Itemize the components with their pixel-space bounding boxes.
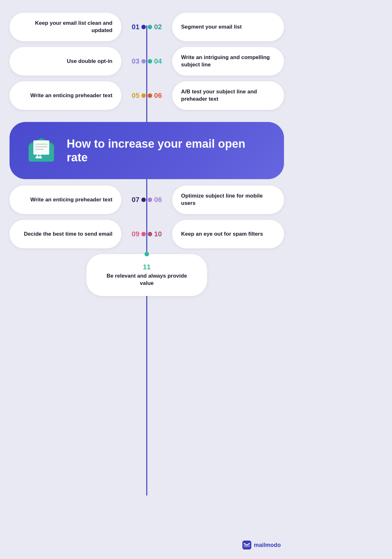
tip-card-02: Segment your email list bbox=[172, 13, 284, 41]
tip-card-08: Optimize subject line for mobile users bbox=[172, 185, 284, 214]
email-open-icon bbox=[25, 135, 57, 166]
tip-dot-02 bbox=[148, 25, 152, 29]
tip-number-03: 03 bbox=[132, 57, 139, 65]
tip-number-05: 05 bbox=[132, 91, 139, 100]
tip-text-04: Write an intriguing and compelling subje… bbox=[181, 54, 275, 69]
tips-container: Keep your email list clean and updated 0… bbox=[10, 13, 284, 302]
tip-text-05: Write an enticing preheader text bbox=[30, 92, 112, 99]
tip-row-4: Write an enticing preheader text 07 06 O… bbox=[10, 185, 284, 214]
tip-row-5: Decide the best time to send email 09 10… bbox=[10, 220, 284, 248]
tip-text-07: Write an enticing preheader text bbox=[30, 196, 112, 204]
tip-card-05: Write an enticing preheader text bbox=[10, 81, 121, 110]
tip-row-1: Keep your email list clean and updated 0… bbox=[10, 13, 284, 41]
hero-banner: How to increase your email open rate bbox=[10, 122, 284, 179]
tip-dot-11-top bbox=[145, 252, 149, 256]
tip-dot-08 bbox=[148, 198, 152, 202]
tip-connector-07: 07 06 bbox=[121, 196, 172, 204]
tip-text-08: Optimize subject line for mobile users bbox=[181, 192, 275, 207]
tip-dot-01 bbox=[141, 25, 146, 29]
tip-card-09: Decide the best time to send email bbox=[10, 220, 121, 248]
tip-card-06: A/B test your subject line and preheader… bbox=[172, 81, 284, 110]
tip-connector-05: 05 06 bbox=[121, 91, 172, 100]
tip-text-10: Keep an eye out for spam filters bbox=[181, 231, 263, 238]
tip-dot-03 bbox=[141, 59, 146, 64]
tip-text-03: Use double opt-in bbox=[67, 58, 112, 65]
tip-connector-09: 09 10 bbox=[121, 230, 172, 238]
svg-rect-6 bbox=[245, 544, 249, 546]
tip-text-02: Segment your email list bbox=[181, 24, 242, 31]
tip-dot-05 bbox=[141, 93, 146, 98]
tip-text-11: Be relevant and always provide value bbox=[99, 273, 194, 287]
tip-text-06: A/B test your subject line and preheader… bbox=[181, 88, 275, 103]
tip-number-10: 10 bbox=[154, 230, 162, 238]
mailmodo-logo: mailmodo bbox=[242, 541, 281, 549]
tip-card-10: Keep an eye out for spam filters bbox=[172, 220, 284, 248]
tip-number-06: 06 bbox=[154, 91, 162, 100]
svg-point-5 bbox=[39, 150, 40, 152]
tip-card-03: Use double opt-in bbox=[10, 47, 121, 76]
tip-dot-04 bbox=[148, 59, 152, 64]
tip-text-01: Keep your email list clean and updated bbox=[18, 20, 112, 34]
tip-number-01: 01 bbox=[132, 23, 139, 31]
tip-card-07: Write an enticing preheader text bbox=[10, 185, 121, 214]
page-wrapper: Keep your email list clean and updated 0… bbox=[0, 0, 294, 559]
tip-card-01: Keep your email list clean and updated bbox=[10, 13, 121, 41]
tip-row-6: 11 Be relevant and always provide value bbox=[10, 254, 284, 296]
mailmodo-icon bbox=[242, 541, 251, 549]
tip-dot-06 bbox=[148, 93, 152, 98]
tip-row-3: Write an enticing preheader text 05 06 A… bbox=[10, 81, 284, 110]
tip-dot-07 bbox=[141, 198, 146, 202]
tip-number-11: 11 bbox=[99, 263, 194, 271]
hero-title: How to increase your email open rate bbox=[67, 137, 268, 164]
svg-rect-1 bbox=[33, 140, 49, 155]
tip-dot-10 bbox=[148, 232, 152, 236]
mailmodo-logo-label: mailmodo bbox=[254, 542, 281, 549]
tip-number-04: 04 bbox=[154, 57, 162, 65]
tip-dot-09 bbox=[141, 232, 146, 236]
tip-card-11: 11 Be relevant and always provide value bbox=[86, 254, 207, 296]
tip-text-09: Decide the best time to send email bbox=[24, 231, 112, 238]
mailmodo-logo-svg bbox=[244, 543, 250, 547]
tip-number-09: 09 bbox=[132, 230, 139, 238]
tip-row-2: Use double opt-in 03 04 Write an intrigu… bbox=[10, 47, 284, 76]
tip-connector-01: 01 02 bbox=[121, 23, 172, 31]
tip-number-07: 07 bbox=[132, 196, 139, 204]
tip-card-04: Write an intriguing and compelling subje… bbox=[172, 47, 284, 76]
tip-number-02: 02 bbox=[154, 23, 162, 31]
tip-number-08: 06 bbox=[154, 196, 162, 204]
tip-connector-03: 03 04 bbox=[121, 57, 172, 65]
